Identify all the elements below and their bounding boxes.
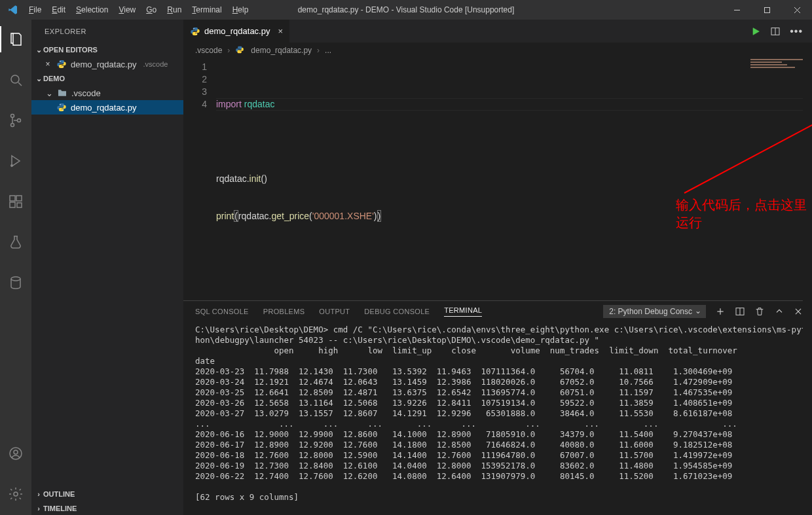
svg-point-4: [11, 75, 19, 83]
panel-tab-terminal[interactable]: TERMINAL: [444, 306, 482, 317]
tree-folder-vscode[interactable]: ⌄ .vscode: [31, 86, 183, 100]
chevron-down-icon: ⌄: [34, 75, 43, 83]
code-token: (: [234, 210, 238, 222]
terminal-output[interactable]: C:\Users\rice\Desktop\DEMO> cmd /C "C:\U…: [183, 322, 812, 515]
open-editors-label: OPEN EDITORS: [43, 46, 98, 54]
svg-point-23: [196, 33, 196, 34]
panel-tab-sql[interactable]: SQL CONSOLE: [195, 308, 249, 315]
menu-terminal[interactable]: Terminal: [192, 5, 221, 14]
menu-run[interactable]: Run: [167, 5, 181, 14]
close-editor-icon[interactable]: ×: [43, 60, 52, 69]
tab-demo-rqdatac[interactable]: demo_rqdatac.py ×: [183, 20, 290, 43]
svg-rect-10: [10, 196, 15, 201]
project-header[interactable]: ⌄ DEMO: [31, 71, 183, 86]
svg-point-22: [193, 28, 194, 29]
open-editor-name: demo_rqdatac.py: [71, 60, 136, 69]
line-number: 2: [183, 73, 207, 86]
line-number: 1: [183, 61, 207, 73]
bottom-panel: SQL CONSOLE PROBLEMS OUTPUT DEBUG CONSOL…: [183, 300, 812, 515]
kill-terminal-button[interactable]: [754, 306, 765, 317]
open-editor-item[interactable]: × demo_rqdatac.py .vscode: [31, 57, 183, 71]
breadcrumb-more[interactable]: ...: [325, 46, 331, 55]
activity-source-control[interactable]: [0, 107, 31, 133]
panel-tab-debug[interactable]: DEBUG CONSOLE: [364, 308, 430, 315]
minimap[interactable]: [750, 59, 803, 67]
svg-rect-1: [764, 7, 769, 12]
run-file-button[interactable]: [750, 26, 761, 37]
editor-tabs: demo_rqdatac.py × •••: [183, 20, 812, 43]
python-file-icon: [235, 45, 246, 56]
code-token: ): [374, 211, 377, 221]
activity-extensions[interactable]: [0, 188, 31, 215]
activity-database[interactable]: [0, 270, 31, 296]
close-button[interactable]: [782, 0, 812, 20]
menu-selection[interactable]: Selection: [76, 5, 108, 14]
tree-file-label: demo_rqdatac.py: [71, 103, 136, 113]
activity-testing[interactable]: [0, 229, 31, 255]
breadcrumb-file[interactable]: demo_rqdatac.py: [251, 46, 312, 55]
sidebar-title: EXPLORER: [31, 20, 183, 43]
activity-explorer[interactable]: [0, 26, 31, 52]
code-token: init: [249, 173, 261, 184]
terminal-selector[interactable]: 2: Python Debug Consc: [603, 305, 706, 318]
chevron-down-icon: ⌄: [46, 88, 53, 98]
svg-point-19: [62, 66, 63, 67]
tab-label: demo_rqdatac.py: [204, 26, 270, 36]
panel-tab-output[interactable]: OUTPUT: [319, 308, 350, 315]
chevron-right-icon: ›: [34, 490, 43, 498]
breadcrumb[interactable]: .vscode › demo_rqdatac.py › ...: [183, 43, 812, 58]
close-tab-icon[interactable]: ×: [278, 26, 283, 36]
vscode-logo-icon: [8, 5, 18, 15]
menu-edit[interactable]: Edit: [52, 5, 65, 14]
split-editor-button[interactable]: [770, 26, 781, 37]
code-editor[interactable]: 1 2 3 4 import rqdatac rqdatac.init() pr…: [183, 58, 812, 300]
svg-point-16: [14, 450, 18, 454]
menu-bar: File Edit Selection View Go Run Terminal…: [26, 5, 248, 14]
project-name-label: DEMO: [43, 75, 65, 82]
svg-point-9: [10, 164, 13, 167]
editor-group: demo_rqdatac.py × ••• .vscode › demo_rqd…: [183, 20, 812, 515]
activity-accounts[interactable]: [0, 440, 31, 467]
more-actions-button[interactable]: •••: [790, 26, 803, 37]
menu-help[interactable]: Help: [232, 5, 249, 14]
code-token: print: [216, 211, 234, 221]
menu-go[interactable]: Go: [146, 5, 157, 14]
line-gutter: 1 2 3 4: [183, 58, 216, 300]
timeline-header[interactable]: › TIMELINE: [31, 501, 183, 515]
new-terminal-button[interactable]: [715, 306, 726, 317]
minimize-button[interactable]: [722, 0, 752, 20]
outline-header[interactable]: › OUTLINE: [31, 486, 183, 501]
menu-file[interactable]: File: [29, 5, 41, 14]
panel-actions: 2: Python Debug Consc: [603, 305, 812, 318]
close-panel-button[interactable]: [794, 307, 803, 316]
line-number: 4: [183, 98, 207, 111]
activity-settings[interactable]: [0, 481, 31, 507]
folder-icon: [57, 88, 67, 98]
overview-ruler[interactable]: [803, 58, 812, 515]
svg-point-17: [14, 492, 18, 496]
svg-rect-11: [16, 196, 22, 201]
svg-point-6: [11, 115, 14, 118]
code-content[interactable]: import rqdatac rqdatac.init() print(rqda…: [216, 58, 812, 300]
svg-point-7: [11, 124, 14, 127]
tree-file-demo-rqdatac[interactable]: demo_rqdatac.py: [31, 100, 183, 115]
menu-view[interactable]: View: [119, 5, 136, 14]
code-token: (): [261, 173, 267, 184]
panel-tab-problems[interactable]: PROBLEMS: [263, 308, 305, 315]
open-editors-header[interactable]: ⌄ OPEN EDITORS: [31, 43, 183, 57]
window-controls: [722, 0, 812, 20]
code-token: get_price: [272, 211, 310, 221]
split-terminal-button[interactable]: [735, 306, 745, 317]
open-editor-dir: .vscode: [143, 60, 168, 68]
chevron-down-icon: ⌄: [34, 46, 43, 54]
maximize-button[interactable]: [752, 0, 782, 20]
python-file-icon: [190, 26, 200, 37]
activity-run-debug[interactable]: [0, 148, 31, 174]
activity-search[interactable]: [0, 67, 31, 93]
chevron-right-icon: ›: [317, 46, 320, 55]
line-number: 3: [183, 86, 207, 98]
breadcrumb-folder[interactable]: .vscode: [195, 46, 222, 55]
chevron-right-icon: ›: [34, 505, 43, 512]
maximize-panel-button[interactable]: [774, 306, 784, 317]
sidebar-explorer: EXPLORER ⌄ OPEN EDITORS × demo_rqdatac.p…: [31, 20, 183, 515]
